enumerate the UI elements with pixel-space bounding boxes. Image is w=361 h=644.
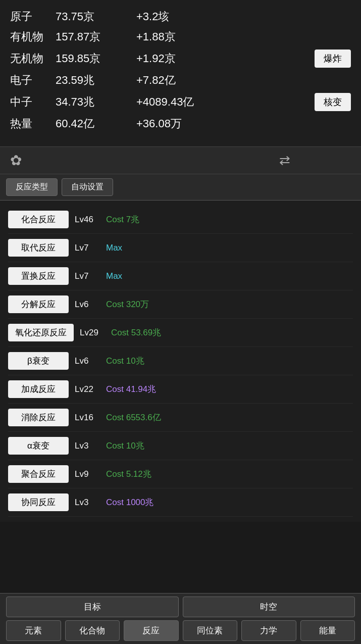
reaction-level-0: Lv46 [75,215,100,225]
reaction-cost-0: Cost 7兆 [106,214,139,225]
reaction-level-3: Lv6 [75,300,100,310]
nav-btn-row2-1[interactable]: 化合物 [65,620,120,641]
reaction-row-2: 置换反应Lv7Max [8,262,353,290]
reaction-row-1: 取代反应Lv7Max [8,234,353,262]
stat-label-2: 无机物 [10,51,56,66]
nav-btn-row1-1[interactable]: 时空 [183,597,355,617]
reaction-cost-3: Cost 320万 [106,299,149,310]
stat-label-3: 电子 [10,73,56,88]
reaction-name-btn-8[interactable]: α衰变 [8,437,69,455]
reaction-row-10: 协同反应Lv3Cost 1000兆 [8,488,353,517]
stat-value-3: 23.59兆 [56,73,136,88]
reaction-cost-8: Cost 10兆 [106,440,144,452]
reaction-level-1: Lv7 [75,243,100,253]
reaction-row-6: 加成反应Lv22Cost 41.94兆 [8,375,353,404]
bottom-nav: 目标时空 元素化合物反应同位素力学能量 [0,593,361,644]
reaction-name-btn-10[interactable]: 协同反应 [8,493,69,511]
reaction-row-4: 氧化还原反应Lv29Cost 53.69兆 [8,319,353,347]
stat-delta-4: +4089.43亿 [136,94,315,110]
stat-button-核变[interactable]: 核变 [315,93,351,111]
stat-delta-0: +3.2垓 [136,9,351,24]
stat-label-4: 中子 [10,94,56,110]
reaction-level-8: Lv3 [75,441,100,451]
nav-btn-row2-5[interactable]: 能量 [300,620,355,641]
reaction-name-btn-4[interactable]: 氧化还原反应 [8,324,74,341]
reaction-name-btn-2[interactable]: 置换反应 [8,267,69,285]
stat-value-5: 60.42亿 [56,116,136,131]
reactions-section: 化合反应Lv46Cost 7兆取代反应Lv7Max置换反应Lv7Max分解反应L… [0,201,361,522]
stat-row-1: 有机物157.87京+1.88京 [10,29,351,44]
stat-value-2: 159.85京 [56,51,136,66]
stat-delta-2: +1.92京 [136,51,315,66]
stat-value-1: 157.87京 [56,29,136,44]
stat-delta-3: +7.82亿 [136,73,351,88]
reaction-cost-10: Cost 1000兆 [106,497,154,508]
stat-value-4: 34.73兆 [56,94,136,110]
reaction-level-6: Lv22 [75,384,100,394]
reaction-cost-5: Cost 10兆 [106,355,144,367]
reaction-row-0: 化合反应Lv46Cost 7兆 [8,206,353,234]
reaction-level-2: Lv7 [75,271,100,281]
stat-delta-1: +1.88京 [136,29,351,44]
reaction-cost-2: Max [106,271,122,281]
nav-btn-row2-3[interactable]: 同位素 [183,620,238,641]
stat-row-2: 无机物159.85京+1.92京爆炸 [10,49,351,68]
stats-section: 原子73.75京+3.2垓有机物157.87京+1.88京无机物159.85京+… [0,0,361,146]
nav-btn-row2-4[interactable]: 力学 [241,620,296,641]
stat-label-5: 热量 [10,116,56,131]
reaction-level-4: Lv29 [80,328,105,338]
stat-row-4: 中子34.73兆+4089.43亿核变 [10,93,351,111]
reaction-name-btn-5[interactable]: β衰变 [8,352,69,370]
icon-row: ✿ ⇄ [0,146,361,174]
reaction-cost-9: Cost 5.12兆 [106,468,151,480]
bottom-nav-row2: 元素化合物反应同位素力学能量 [0,620,361,644]
nav-btn-row2-0[interactable]: 元素 [6,620,61,641]
reaction-row-3: 分解反应Lv6Cost 320万 [8,290,353,319]
reaction-level-10: Lv3 [75,498,100,508]
tab-auto-settings[interactable]: 自动设置 [62,178,113,196]
reaction-level-9: Lv9 [75,469,100,479]
reaction-row-7: 消除反应Lv16Cost 6553.6亿 [8,404,353,432]
tab-reaction-type[interactable]: 反应类型 [6,178,58,196]
reaction-name-btn-1[interactable]: 取代反应 [8,239,69,257]
stat-label-0: 原子 [10,9,56,24]
tab-row: 反应类型 自动设置 [0,174,361,201]
reaction-name-btn-9[interactable]: 聚合反应 [8,465,69,483]
stat-row-0: 原子73.75京+3.2垓 [10,9,351,24]
reaction-level-7: Lv16 [75,413,100,423]
reaction-cost-7: Cost 6553.6亿 [106,412,161,423]
stat-button-爆炸[interactable]: 爆炸 [315,49,351,68]
reaction-row-8: α衰变Lv3Cost 10兆 [8,432,353,460]
reaction-name-btn-7[interactable]: 消除反应 [8,409,69,426]
nav-btn-row1-0[interactable]: 目标 [6,597,179,617]
reaction-row-5: β衰变Lv6Cost 10兆 [8,347,353,375]
shuffle-icon: ⇄ [279,153,290,168]
flower-icon: ✿ [10,152,22,169]
stat-value-0: 73.75京 [56,9,136,24]
stat-delta-5: +36.08万 [136,116,351,131]
reaction-cost-4: Cost 53.69兆 [111,327,161,338]
bottom-nav-row1: 目标时空 [0,593,361,620]
nav-btn-row2-2[interactable]: 反应 [124,620,179,641]
reaction-level-5: Lv6 [75,356,100,366]
stat-row-3: 电子23.59兆+7.82亿 [10,73,351,88]
reaction-name-btn-3[interactable]: 分解反应 [8,295,69,313]
reaction-cost-6: Cost 41.94兆 [106,383,156,395]
reaction-name-btn-6[interactable]: 加成反应 [8,380,69,398]
reaction-name-btn-0[interactable]: 化合反应 [8,211,69,228]
stat-row-5: 热量60.42亿+36.08万 [10,116,351,131]
reaction-row-9: 聚合反应Lv9Cost 5.12兆 [8,460,353,488]
reaction-cost-1: Max [106,243,122,253]
stat-label-1: 有机物 [10,29,56,44]
